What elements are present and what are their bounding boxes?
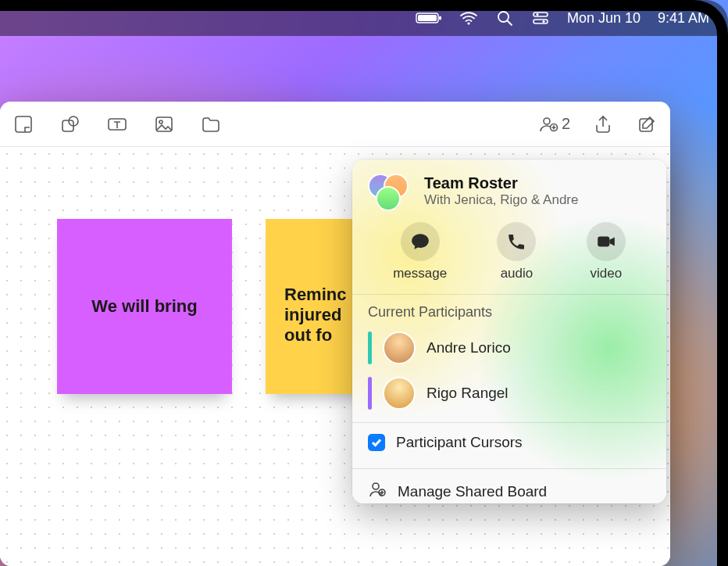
sticky-text: Reminc injured out fo xyxy=(284,285,346,346)
wifi-icon[interactable] xyxy=(459,9,478,27)
files-icon[interactable] xyxy=(200,114,222,134)
image-icon[interactable] xyxy=(153,114,175,134)
action-label: video xyxy=(590,266,622,281)
action-label: message xyxy=(393,266,447,281)
contact-actions: message audio video xyxy=(352,214,666,295)
manage-icon xyxy=(368,480,387,503)
collaboration-popover: Team Roster With Jenica, Rigo & Andre me… xyxy=(352,159,666,503)
svg-point-9 xyxy=(542,20,544,23)
svg-rect-1 xyxy=(418,15,437,21)
message-button[interactable]: message xyxy=(393,222,447,281)
control-center-icon[interactable] xyxy=(531,9,550,27)
participant-row[interactable]: Rigo Rangel xyxy=(352,371,666,416)
popover-header: Team Roster With Jenica, Rigo & Andre xyxy=(352,159,666,214)
desktop: Mon Jun 10 9:41 AM 2 xyxy=(0,0,728,566)
avatar xyxy=(376,186,401,211)
spotlight-icon[interactable] xyxy=(495,9,514,27)
toolbar: 2 xyxy=(0,102,670,147)
group-avatar-stack xyxy=(368,174,413,208)
collaborators-button[interactable]: 2 xyxy=(538,114,570,134)
svg-rect-8 xyxy=(534,20,548,23)
menubar: Mon Jun 10 9:41 AM xyxy=(0,0,728,36)
svg-rect-21 xyxy=(598,237,609,247)
participant-name: Rigo Rangel xyxy=(426,385,509,402)
sticky-text: We will bring xyxy=(91,296,197,317)
svg-rect-6 xyxy=(534,13,548,16)
battery-icon xyxy=(416,11,442,25)
svg-rect-2 xyxy=(439,16,441,20)
svg-point-7 xyxy=(536,13,538,16)
shapes-icon[interactable] xyxy=(59,114,81,134)
compose-icon[interactable] xyxy=(636,114,658,134)
video-button[interactable]: video xyxy=(587,222,626,281)
action-label: audio xyxy=(501,266,534,281)
share-icon[interactable] xyxy=(592,114,614,134)
participants-label: Current Participants xyxy=(352,295,666,325)
manage-shared-board-button[interactable]: Manage Shared Board xyxy=(352,469,666,503)
participant-cursors-toggle[interactable]: Participant Cursors xyxy=(352,423,666,462)
sticky-note-icon[interactable] xyxy=(12,114,34,134)
svg-point-22 xyxy=(373,483,379,489)
svg-rect-10 xyxy=(16,116,31,132)
popover-subtitle: With Jenica, Rigo & Andre xyxy=(424,192,578,208)
menubar-time[interactable]: 9:41 AM xyxy=(658,10,709,27)
participant-name: Andre Lorico xyxy=(426,339,511,356)
svg-rect-14 xyxy=(156,117,172,131)
audio-button[interactable]: audio xyxy=(497,222,536,281)
row-label: Manage Shared Board xyxy=(398,483,547,500)
checkbox-checked-icon[interactable] xyxy=(368,434,385,451)
collaborator-count: 2 xyxy=(562,115,570,133)
svg-line-5 xyxy=(507,21,512,26)
avatar xyxy=(383,377,416,410)
presence-bar xyxy=(368,331,372,364)
menubar-date[interactable]: Mon Jun 10 xyxy=(567,10,641,27)
svg-point-15 xyxy=(159,120,162,124)
avatar xyxy=(383,331,416,364)
participant-row[interactable]: Andre Lorico xyxy=(352,325,666,371)
presence-bar xyxy=(368,377,372,410)
row-label: Participant Cursors xyxy=(396,434,523,451)
sticky-note-magenta[interactable]: We will bring xyxy=(57,219,232,394)
svg-point-3 xyxy=(467,22,469,24)
svg-point-16 xyxy=(544,118,550,124)
text-box-icon[interactable] xyxy=(106,114,128,134)
popover-title: Team Roster xyxy=(424,174,578,192)
